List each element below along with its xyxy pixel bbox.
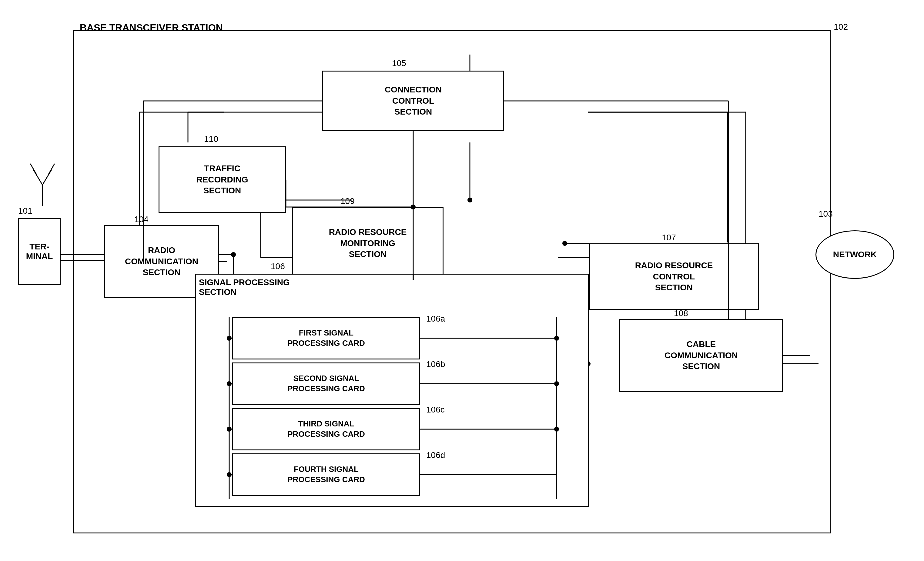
traffic-recording-block: TRAFFICRECORDINGSECTION [159, 146, 286, 213]
ref-106d: 106d [426, 450, 445, 460]
bts-label: BASE TRANSCEIVER STATION [80, 22, 223, 33]
ref-106b: 106b [426, 360, 445, 369]
svg-point-55 [227, 336, 232, 340]
fourth-signal-card: FOURTH SIGNALPROCESSING CARD [232, 453, 420, 496]
svg-point-66 [554, 381, 559, 386]
ref-109: 109 [340, 196, 355, 206]
ref-105: 105 [392, 58, 406, 68]
ref-108: 108 [674, 309, 688, 318]
signal-processing-label: SIGNAL PROCESSINGSECTION [199, 278, 290, 297]
ref-104: 104 [134, 214, 148, 224]
cable-communication-block: CABLECOMMUNICATIONSECTION [620, 319, 783, 392]
ref-110: 110 [204, 134, 218, 144]
svg-line-4 [48, 164, 55, 174]
svg-point-68 [554, 427, 559, 432]
first-signal-card: FIRST SIGNALPROCESSING CARD [232, 317, 420, 360]
diagram-container: 101 TER-MINAL BASE TRANSCEIVER STATION 1… [12, 12, 909, 549]
svg-point-64 [554, 336, 559, 340]
svg-point-80 [562, 241, 567, 246]
ref-102: 102 [834, 22, 848, 32]
ref-106a: 106a [426, 314, 445, 324]
svg-line-2 [42, 170, 51, 185]
terminal-block: TER-MINAL [18, 218, 61, 285]
connection-control-block: CONNECTIONCONTROLSECTION [322, 70, 504, 131]
signal-processing-box: SIGNAL PROCESSINGSECTION FIRST SIGNALPRO… [195, 274, 589, 507]
ref-106c: 106c [426, 405, 445, 415]
second-signal-card: SECOND SIGNALPROCESSING CARD [232, 363, 420, 405]
svg-point-57 [227, 381, 232, 386]
radio-resource-control-block: RADIO RESOURCECONTROLSECTION [589, 243, 759, 310]
network-block: NETWORK [816, 230, 894, 279]
ref-107: 107 [662, 233, 676, 243]
ref-103: 103 [819, 209, 833, 219]
ref-101: 101 [18, 206, 32, 216]
ref-106: 106 [271, 261, 285, 271]
svg-line-3 [30, 164, 36, 174]
svg-point-61 [227, 472, 232, 477]
radio-resource-monitoring-block: RADIO RESOURCEMONITORINGSECTION [292, 207, 444, 280]
svg-point-59 [227, 427, 232, 432]
svg-line-1 [33, 170, 42, 185]
third-signal-card: THIRD SIGNALPROCESSING CARD [232, 408, 420, 450]
bts-box: BASE TRANSCEIVER STATION 102 CONNECTIONC… [73, 30, 831, 533]
